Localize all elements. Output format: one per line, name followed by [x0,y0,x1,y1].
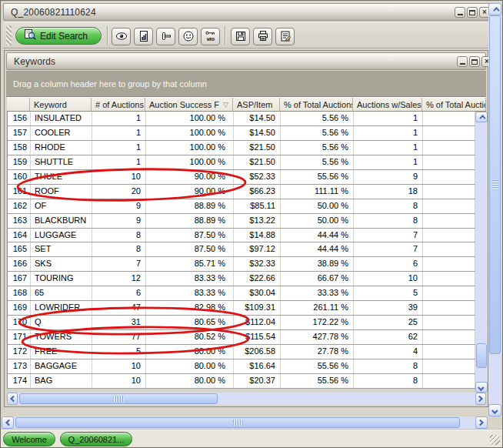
cell-with_sales[interactable]: 1 [354,112,423,125]
keyword-wrd-button[interactable]: WRD [201,28,220,45]
cell-pct_total[interactable]: 66.67 % [281,272,354,286]
cell-num[interactable]: 161 [8,185,31,199]
cell-with_sales[interactable]: 8 [354,374,423,388]
cell-pct_total[interactable]: 55.56 % [281,359,354,373]
cell-keyword[interactable]: BAGGAGE [31,359,92,373]
cell-auctions[interactable]: 20 [92,185,146,199]
cell-with_sales[interactable]: 7 [354,242,423,256]
table-row[interactable]: 172FREE580.00 %$206.5827.78 %4 [8,345,475,359]
cell-success[interactable]: 80.00 % [146,359,234,373]
cell-pct_total2[interactable] [423,330,475,344]
table-row[interactable]: 165SET887.50 %$97.1244.44 %7 [8,242,475,257]
cell-with_sales[interactable]: 6 [354,257,423,271]
grid-vertical-scrollbar[interactable] [475,112,488,393]
cell-asp[interactable]: $14.50 [234,112,281,125]
cell-auctions[interactable]: 7 [92,257,146,271]
cell-num[interactable]: 169 [8,301,31,315]
cell-num[interactable]: 170 [8,316,31,329]
workspace-horizontal-scrollbar[interactable] [2,416,488,429]
maximize-button[interactable] [469,56,480,67]
cell-asp[interactable]: $32.33 [234,257,281,271]
cell-success[interactable]: 82.98 % [146,301,234,315]
cell-keyword[interactable]: OF [31,199,92,213]
cell-auctions[interactable]: 12 [92,272,146,286]
cell-pct_total[interactable]: 5.56 % [281,112,354,125]
cell-auctions[interactable]: 1 [92,155,146,169]
cell-keyword[interactable]: 65 [31,286,92,300]
table-row[interactable]: 164LUGGAGE887.50 %$14.8844.44 %7 [8,229,475,243]
scroll-up-button[interactable] [475,112,488,122]
cell-with_sales[interactable]: 8 [354,214,423,228]
scroll-down-button[interactable] [475,382,488,393]
table-row[interactable]: 173BAGGAGE1080.00 %$16.6455.56 %8 [8,359,475,374]
cell-auctions[interactable]: 31 [92,316,146,329]
cell-num[interactable]: 166 [8,257,31,271]
scroll-right-button[interactable] [475,416,488,429]
cell-asp[interactable]: $52.33 [234,170,281,184]
cell-keyword[interactable]: LUGGAGE [31,229,92,242]
cell-success[interactable]: 100.00 % [146,155,234,169]
scrollbar-track[interactable] [488,15,501,404]
cell-pct_total2[interactable] [423,374,475,388]
cell-pct_total2[interactable] [423,301,475,315]
cell-num[interactable]: 162 [8,199,31,213]
cell-auctions[interactable]: 9 [92,214,146,228]
cell-pct_total[interactable]: 5.56 % [281,155,354,169]
cell-success[interactable]: 80.65 % [146,316,234,329]
cell-with_sales[interactable]: 5 [354,286,423,300]
cell-keyword[interactable]: ROOF [31,185,92,199]
cell-success[interactable]: 83.33 % [146,272,234,286]
cell-with_sales[interactable]: 8 [354,199,423,213]
tab-q-20060821[interactable]: Q_20060821... [60,432,132,446]
column-header-asp[interactable]: ASP/Item [233,98,280,111]
cell-auctions[interactable]: 1 [92,126,146,140]
cell-asp[interactable]: $22.66 [234,272,281,286]
cell-pct_total2[interactable] [423,155,475,169]
cell-auctions[interactable]: 5 [92,345,146,359]
cell-success[interactable]: 80.00 % [146,345,234,359]
cell-pct_total[interactable]: 172.22 % [281,316,354,329]
cell-num[interactable]: 157 [8,126,31,140]
cell-with_sales[interactable]: 1 [354,126,423,140]
cell-num[interactable]: 173 [8,359,31,373]
cell-pct_total2[interactable] [423,214,475,228]
table-row[interactable]: 174BAG1080.00 %$20.3755.56 %8 [8,374,475,389]
cell-num[interactable]: 165 [8,242,31,256]
cell-pct_total[interactable]: 38.89 % [281,257,354,271]
cell-with_sales[interactable]: 18 [354,185,423,199]
cell-asp[interactable]: $14.50 [234,126,281,140]
cell-with_sales[interactable]: 7 [354,229,423,242]
cell-with_sales[interactable]: 62 [354,330,423,344]
cell-asp[interactable]: $21.50 [234,141,281,155]
cell-pct_total[interactable]: 111.11 % [281,185,354,199]
column-header-num[interactable] [7,98,30,111]
cell-asp[interactable]: $115.54 [234,330,281,344]
cell-auctions[interactable]: 10 [92,359,146,373]
cell-with_sales[interactable]: 1 [354,155,423,169]
scrollbar-thumb[interactable] [19,393,218,404]
cell-keyword[interactable]: TOURING [31,272,92,286]
table-row[interactable]: 162OF988.89 %$85.1150.00 %8 [8,199,475,214]
cell-with_sales[interactable]: 1 [354,141,423,155]
table-row[interactable]: 156INSULATED1100.00 %$14.505.56 %1 [8,112,475,126]
cell-keyword[interactable]: LOWRIDER [31,301,92,315]
toolbar-grip[interactable] [6,25,12,45]
table-row[interactable]: 170Q3180.65 %$112.04172.22 %25 [8,316,475,330]
cell-auctions[interactable]: 10 [92,374,146,388]
cell-pct_total2[interactable] [423,185,475,199]
cell-with_sales[interactable]: 9 [354,170,423,184]
scroll-left-button[interactable] [2,416,14,429]
table-row[interactable]: 163BLACKBURN988.89 %$13.2250.00 %8 [8,214,475,229]
cell-asp[interactable]: $30.04 [234,286,281,300]
maximize-button[interactable] [467,7,478,18]
cell-asp[interactable]: $112.04 [234,316,281,329]
cell-success[interactable]: 90.00 % [146,185,234,199]
cell-num[interactable]: 160 [8,170,31,184]
save-button[interactable] [231,28,250,45]
cell-auctions[interactable]: 1 [92,141,146,155]
cell-keyword[interactable]: SHUTTLE [31,155,92,169]
scroll-left-button[interactable] [7,393,18,405]
cell-num[interactable]: 164 [8,229,31,242]
cell-success[interactable]: 83.33 % [146,286,234,300]
column-header-with_sales[interactable]: Auctions w/Sales [353,98,422,111]
